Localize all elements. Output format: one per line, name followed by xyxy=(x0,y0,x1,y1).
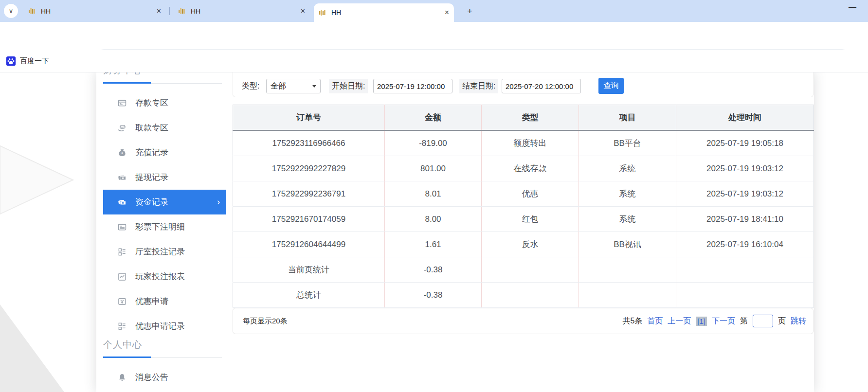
col-process-time: 处理时间 xyxy=(676,105,814,131)
promo-record-icon xyxy=(117,321,127,332)
first-page-link[interactable]: 首页 xyxy=(647,316,663,326)
cell-project: 系统 xyxy=(579,207,676,232)
cell-type: 红包 xyxy=(482,207,579,232)
deposit-icon xyxy=(117,98,127,108)
site-favicon xyxy=(28,7,36,15)
cell-process-time: 2025-07-19 18:41:10 xyxy=(676,207,814,232)
table-header-row: 订单号 金额 类型 项目 处理时间 xyxy=(233,105,814,131)
cell-type: 优惠 xyxy=(482,181,579,207)
prev-page-link[interactable]: 上一页 xyxy=(668,316,691,326)
browser-tab-3-active[interactable]: HH × xyxy=(314,3,454,22)
promo-apply-icon xyxy=(117,296,127,307)
sidebar-item-deposit-zone[interactable]: 存款专区 xyxy=(103,90,226,115)
tab-search-button[interactable]: ∨ xyxy=(4,4,18,18)
summary-label: 当前页统计 xyxy=(233,257,385,283)
new-tab-button[interactable]: + xyxy=(463,4,476,18)
cell-type: 反水 xyxy=(482,232,579,257)
sidebar-section-finance: 财务中心 xyxy=(103,72,142,77)
cell-process-time: 2025-07-19 19:03:12 xyxy=(676,181,814,207)
jump-prefix-text: 第 xyxy=(740,316,748,326)
cell-project: BB视讯 xyxy=(579,232,676,257)
bookmarks-bar: 百度一下 xyxy=(0,50,868,72)
cell-order-no: 1752921670174059 xyxy=(233,207,385,232)
sidebar-item-notice[interactable]: 消息公告 xyxy=(103,365,226,390)
col-order-no: 订单号 xyxy=(233,105,385,131)
sidebar-item-lottery-bets[interactable]: 彩票下注明细 xyxy=(103,214,226,239)
jump-suffix-text: 页 xyxy=(778,316,786,326)
window-minimize-button[interactable]: — xyxy=(844,1,861,14)
bookmark-baidu[interactable]: 百度一下 xyxy=(6,56,49,66)
end-date-input[interactable] xyxy=(502,79,581,93)
cell-process-time: 2025-07-19 16:10:04 xyxy=(676,232,814,257)
sidebar-item-recharge-record[interactable]: ¥ 充值记录 xyxy=(103,140,226,165)
sidebar-item-funds-record[interactable]: 资金记录 › xyxy=(103,190,226,214)
sidebar-item-label: 充值记录 xyxy=(135,147,168,158)
current-page-badge: [1] xyxy=(696,317,707,326)
pagination-bar: 每页显示20条 共5条 首页 上一页 [1] 下一页 第 页 跳转 xyxy=(233,308,814,334)
sidebar-item-label: 资金记录 xyxy=(135,196,168,208)
type-select[interactable]: 全部 xyxy=(266,79,321,93)
lottery-bets-icon xyxy=(117,222,127,232)
section-rule-accent xyxy=(103,356,151,358)
cell-type: 额度转出 xyxy=(482,130,579,156)
cell-order-no: 1752912604644499 xyxy=(233,232,385,257)
browser-tab-1[interactable]: HH × xyxy=(23,0,166,22)
summary-amount: -0.38 xyxy=(385,257,482,283)
tab-close-icon[interactable]: × xyxy=(301,7,305,15)
select-caret-icon xyxy=(312,85,316,88)
start-date-label: 开始日期: xyxy=(329,79,368,93)
withdrawal-record-icon xyxy=(117,172,127,183)
cell-order-no: 1752922992227829 xyxy=(233,156,385,181)
sidebar-item-label: 存款专区 xyxy=(135,97,168,108)
cell-amount: 801.00 xyxy=(385,156,482,181)
player-report-icon xyxy=(117,271,127,282)
summary-row-page: 当前页统计 -0.38 xyxy=(233,257,814,283)
cell-amount: 8.01 xyxy=(385,181,482,207)
next-page-link[interactable]: 下一页 xyxy=(712,316,735,326)
browser-window: ∨ HH × HH × xyxy=(0,0,868,392)
pagination-controls: 共5条 首页 上一页 [1] 下一页 第 页 跳转 xyxy=(622,315,806,327)
sidebar-item-hall-bets[interactable]: 厅室投注记录 xyxy=(103,239,226,264)
sidebar-item-label: 厅室投注记录 xyxy=(135,246,185,257)
sidebar-item-label: 取款专区 xyxy=(135,122,168,133)
cell-project: 系统 xyxy=(579,156,676,181)
table-row: 1752912604644499 1.61 反水 BB视讯 2025-07-19… xyxy=(233,232,814,257)
sidebar-item-withdraw-zone[interactable]: 取款专区 xyxy=(103,115,226,140)
svg-text:¥: ¥ xyxy=(121,151,123,154)
section-rule xyxy=(151,357,222,358)
chevron-down-icon: ∨ xyxy=(9,7,14,15)
plus-icon: + xyxy=(467,6,472,17)
table-row: 1752922992227829 801.00 在线存款 系统 2025-07-… xyxy=(233,156,814,181)
tab-close-icon[interactable]: × xyxy=(157,7,161,15)
browser-toolbar: mgm1065.com/hhcp/usercenter.html?iniType… xyxy=(0,22,868,50)
sidebar-item-promo-record[interactable]: 优惠申请记录 xyxy=(103,314,226,339)
hall-bets-icon xyxy=(117,247,127,257)
tab-close-icon[interactable]: × xyxy=(445,9,449,17)
col-project: 项目 xyxy=(579,105,676,131)
cell-amount: 8.00 xyxy=(385,207,482,232)
jump-link[interactable]: 跳转 xyxy=(791,316,806,326)
start-date-input[interactable] xyxy=(373,79,452,93)
funds-table: 订单号 金额 类型 项目 处理时间 1752923116966466 -819.… xyxy=(233,105,814,308)
section-rule xyxy=(151,83,222,84)
recharge-record-icon: ¥ xyxy=(117,147,127,158)
sidebar-item-label: 优惠申请记录 xyxy=(135,321,185,332)
sidebar-item-withdrawal-record[interactable]: 提现记录 xyxy=(103,165,226,190)
decor-triangle-outline xyxy=(0,145,75,215)
page-size-text: 每页显示20条 xyxy=(243,317,288,326)
cell-process-time: 2025-07-19 19:03:12 xyxy=(676,156,814,181)
sidebar-item-player-report[interactable]: 玩家投注报表 xyxy=(103,264,226,289)
chevron-right-icon: › xyxy=(217,197,220,207)
type-label: 类型: xyxy=(242,79,259,93)
jump-page-input[interactable] xyxy=(753,315,773,327)
browser-tab-2[interactable]: HH × xyxy=(173,0,310,22)
table-row: 1752923116966466 -819.00 额度转出 BB平台 2025-… xyxy=(233,130,814,156)
funds-record-icon xyxy=(117,197,127,208)
search-button[interactable]: 查询 xyxy=(598,78,624,94)
sidebar-item-label: 消息公告 xyxy=(135,372,168,383)
tab-title: HH xyxy=(331,9,441,17)
cell-amount: 1.61 xyxy=(385,232,482,257)
content-card: 财务中心 存款专区 取款专区 xyxy=(96,72,814,392)
sidebar-item-promo-apply[interactable]: 优惠申请 xyxy=(103,289,226,314)
withdraw-icon xyxy=(117,123,127,133)
